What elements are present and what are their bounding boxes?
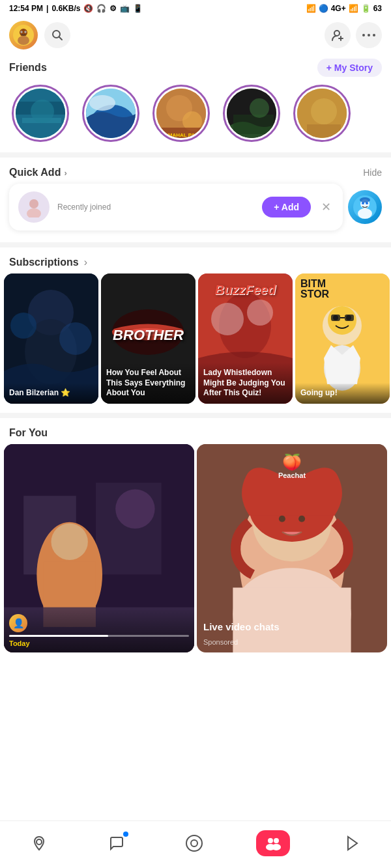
svg-point-30 (311, 98, 337, 124)
camera-icon (186, 835, 203, 852)
map-icon (31, 835, 47, 851)
subscription-card-brother[interactable]: BROTHER How You Feel About This Says Eve… (101, 273, 195, 404)
for-you-card-1[interactable]: 👤 Today (4, 444, 194, 652)
for-you-card-2-sponsored: Sponsored (203, 638, 238, 646)
story-circle[interactable] (223, 85, 280, 142)
svg-point-28 (250, 98, 269, 118)
top-nav (0, 17, 391, 56)
subscription-card-buzzfeed[interactable]: BuzzFeed Lady Whistledown Might Be Judgi… (198, 273, 293, 404)
story-circle[interactable] (12, 85, 69, 142)
for-you-header: For You (0, 421, 391, 444)
svg-point-69 (115, 489, 154, 528)
hide-button[interactable]: Hide (363, 167, 382, 178)
friends-title: Friends (9, 62, 47, 74)
nav-discover-button[interactable] (336, 828, 368, 859)
signal-icon: 📶 (349, 4, 358, 13)
status-left: 12:54 PM | 0.6KB/s 🔇 🎧 ⚙ 📺 📱 (9, 4, 143, 13)
battery-level: 63 (373, 4, 382, 13)
section-divider-2 (0, 242, 391, 247)
search-button[interactable] (44, 22, 70, 48)
peachat-name: Peachat (278, 471, 306, 479)
peachat-branding: 🍑 Peachat (278, 453, 306, 479)
nav-chat-button[interactable] (101, 828, 132, 859)
card-1-progress-fill (9, 635, 108, 637)
add-friend-icon (331, 29, 344, 42)
friends-icon (265, 836, 282, 850)
story-item[interactable] (287, 85, 357, 142)
whatsapp-icon: 📱 (133, 4, 143, 13)
nav-map-button[interactable] (23, 828, 55, 859)
sub-card-label-brother: How You Feel About This Says Everything … (101, 363, 195, 404)
svg-point-44 (10, 313, 36, 339)
time: 12:54 PM (9, 4, 43, 13)
svg-point-12 (362, 34, 365, 36)
quick-add-title[interactable]: Quick Add › (9, 167, 67, 178)
svg-point-75 (279, 516, 285, 522)
sub-card-label: Dan Bilzerian ⭐ (4, 383, 98, 404)
svg-point-5 (21, 31, 22, 33)
bottom-nav (0, 820, 391, 868)
story-preview: TAJ MAHAL PALACE (156, 89, 206, 138)
story-item[interactable] (5, 85, 76, 142)
subscriptions-title[interactable]: Subscriptions (9, 257, 79, 268)
my-story-label: + My Story (326, 63, 373, 73)
verified-icon: ⭐ (61, 388, 70, 397)
sub-card-buzzfeed-title: BuzzFeed (215, 283, 276, 298)
peachat-icon: 🍑 (278, 453, 306, 471)
top-nav-right (325, 22, 382, 48)
svg-point-84 (274, 838, 279, 843)
section-divider (0, 152, 391, 158)
user-avatar[interactable] (9, 21, 38, 49)
card-1-footer: 👤 (9, 614, 189, 632)
discover-icon (345, 835, 358, 851)
status-right: 📶 🔵 4G+ 📶 🔋 63 (306, 4, 382, 13)
speed: | (46, 4, 48, 13)
quick-add-card: Recently joined + Add ✕ (9, 184, 343, 231)
chat-notification-dot (123, 832, 128, 837)
svg-point-18 (31, 100, 54, 123)
for-you-title: For You (9, 427, 48, 438)
nav-friends-button[interactable] (256, 830, 290, 856)
subscription-card-bitmoji[interactable]: BITMSTOR Going up! (295, 273, 390, 404)
story-circle[interactable] (293, 85, 351, 142)
svg-point-67 (51, 524, 87, 560)
quick-add-avatar-2[interactable] (348, 190, 382, 224)
svg-rect-59 (345, 315, 354, 321)
chevron-right-icon: › (64, 168, 66, 178)
battery-icon: 🔋 (361, 4, 371, 13)
for-you-card-1-bottom: 👤 Today (4, 609, 194, 652)
for-you-card-2[interactable]: 🍑 Peachat Live video chats Sponsored (197, 444, 387, 652)
quick-add-label: Quick Add (9, 167, 61, 178)
bottom-spacer (0, 652, 391, 705)
card-1-avatar: 👤 (9, 614, 27, 632)
network-speed: 0.6KB/s (51, 4, 80, 13)
more-options-button[interactable] (356, 22, 382, 48)
subscription-card-dan[interactable]: Dan Bilzerian ⭐ (4, 273, 98, 404)
svg-point-51 (211, 303, 244, 335)
my-story-button[interactable]: + My Story (317, 59, 382, 77)
svg-point-81 (191, 840, 197, 847)
svg-point-13 (368, 34, 370, 36)
svg-point-21 (89, 95, 115, 111)
story-item[interactable] (216, 85, 287, 142)
story-item[interactable] (76, 85, 146, 142)
story-item[interactable]: TAJ MAHAL PALACE (146, 85, 216, 142)
svg-point-45 (59, 322, 92, 355)
story-circle[interactable]: TAJ MAHAL PALACE (152, 85, 210, 142)
svg-point-52 (247, 300, 273, 326)
add-friend-quick-button[interactable]: + Add (262, 197, 311, 217)
svg-point-9 (334, 31, 340, 36)
dismiss-quick-add-button[interactable]: ✕ (319, 200, 334, 214)
svg-point-80 (186, 835, 202, 851)
section-divider-3 (0, 413, 391, 418)
sub-card-label-buzzfeed: Lady Whistledown Might Be Judging You Af… (198, 363, 293, 404)
top-nav-left (9, 21, 70, 49)
nav-camera-button[interactable] (179, 828, 210, 859)
story-circle[interactable] (82, 85, 139, 142)
svg-point-6 (25, 31, 26, 33)
quick-add-row: Recently joined + Add ✕ (0, 184, 391, 240)
card-1-time: Today (9, 639, 189, 647)
card-1-progress-bar (9, 635, 189, 637)
svg-point-40 (360, 197, 370, 203)
add-friend-button[interactable] (325, 22, 351, 48)
